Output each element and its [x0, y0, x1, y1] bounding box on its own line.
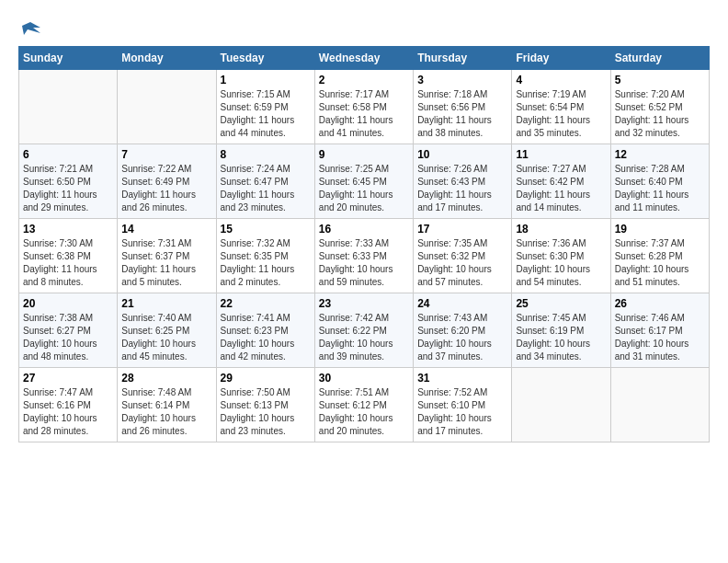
calendar-cell: 11Sunrise: 7:27 AM Sunset: 6:42 PM Dayli…: [512, 144, 610, 219]
day-info: Sunrise: 7:52 AM Sunset: 6:10 PM Dayligh…: [417, 386, 507, 438]
day-number: 3: [417, 74, 507, 86]
calendar-cell: 12Sunrise: 7:28 AM Sunset: 6:40 PM Dayli…: [610, 144, 709, 219]
calendar-cell: 14Sunrise: 7:31 AM Sunset: 6:37 PM Dayli…: [118, 219, 216, 293]
calendar-cell: 5Sunrise: 7:20 AM Sunset: 6:52 PM Daylig…: [610, 70, 709, 144]
calendar-week-row: 27Sunrise: 7:47 AM Sunset: 6:16 PM Dayli…: [19, 368, 710, 442]
calendar-cell: 1Sunrise: 7:15 AM Sunset: 6:59 PM Daylig…: [216, 70, 314, 144]
calendar-table: SundayMondayTuesdayWednesdayThursdayFrid…: [18, 46, 710, 442]
calendar-cell: 4Sunrise: 7:19 AM Sunset: 6:54 PM Daylig…: [512, 70, 610, 144]
day-number: 10: [417, 148, 507, 161]
day-info: Sunrise: 7:36 AM Sunset: 6:30 PM Dayligh…: [516, 237, 606, 289]
calendar-cell: 21Sunrise: 7:40 AM Sunset: 6:25 PM Dayli…: [118, 293, 216, 368]
calendar-cell: 22Sunrise: 7:41 AM Sunset: 6:23 PM Dayli…: [216, 293, 314, 368]
day-number: 15: [221, 223, 311, 236]
day-info: Sunrise: 7:33 AM Sunset: 6:33 PM Dayligh…: [319, 237, 409, 289]
day-number: 14: [121, 223, 211, 236]
calendar-cell: 28Sunrise: 7:48 AM Sunset: 6:14 PM Dayli…: [118, 368, 216, 442]
calendar-cell: 15Sunrise: 7:32 AM Sunset: 6:35 PM Dayli…: [216, 219, 314, 293]
day-info: Sunrise: 7:38 AM Sunset: 6:27 PM Dayligh…: [23, 312, 113, 363]
calendar-week-row: 13Sunrise: 7:30 AM Sunset: 6:38 PM Dayli…: [19, 219, 710, 293]
day-number: 26: [615, 297, 705, 310]
day-number: 20: [23, 297, 113, 310]
day-info: Sunrise: 7:50 AM Sunset: 6:13 PM Dayligh…: [221, 386, 311, 438]
day-info: Sunrise: 7:37 AM Sunset: 6:28 PM Dayligh…: [615, 237, 705, 289]
calendar-cell: 7Sunrise: 7:22 AM Sunset: 6:49 PM Daylig…: [118, 144, 216, 219]
calendar-cell: 18Sunrise: 7:36 AM Sunset: 6:30 PM Dayli…: [512, 219, 610, 293]
day-info: Sunrise: 7:24 AM Sunset: 6:47 PM Dayligh…: [221, 163, 311, 214]
day-info: Sunrise: 7:41 AM Sunset: 6:23 PM Dayligh…: [221, 312, 311, 363]
calendar-cell: 2Sunrise: 7:17 AM Sunset: 6:58 PM Daylig…: [314, 70, 413, 144]
calendar-header-saturday: Saturday: [610, 47, 709, 70]
day-info: Sunrise: 7:45 AM Sunset: 6:19 PM Dayligh…: [516, 312, 606, 363]
calendar-cell: [19, 70, 118, 144]
day-info: Sunrise: 7:26 AM Sunset: 6:43 PM Dayligh…: [417, 163, 507, 214]
day-number: 18: [516, 223, 606, 236]
day-number: 4: [516, 74, 606, 86]
day-number: 16: [319, 223, 409, 236]
day-info: Sunrise: 7:43 AM Sunset: 6:20 PM Dayligh…: [417, 312, 507, 363]
day-number: 29: [221, 372, 311, 385]
day-number: 5: [615, 74, 705, 86]
day-info: Sunrise: 7:22 AM Sunset: 6:49 PM Dayligh…: [121, 163, 211, 214]
calendar-cell: 8Sunrise: 7:24 AM Sunset: 6:47 PM Daylig…: [216, 144, 314, 219]
calendar-cell: 17Sunrise: 7:35 AM Sunset: 6:32 PM Dayli…: [414, 219, 512, 293]
day-number: 28: [121, 372, 211, 385]
day-number: 9: [319, 148, 409, 161]
day-info: Sunrise: 7:51 AM Sunset: 6:12 PM Dayligh…: [319, 386, 409, 438]
day-info: Sunrise: 7:19 AM Sunset: 6:54 PM Dayligh…: [516, 88, 606, 140]
day-number: 1: [221, 74, 311, 86]
day-number: 23: [319, 297, 409, 310]
calendar-header-friday: Friday: [512, 47, 610, 70]
calendar-header-thursday: Thursday: [414, 47, 512, 70]
header: [18, 18, 710, 39]
day-info: Sunrise: 7:47 AM Sunset: 6:16 PM Dayligh…: [23, 386, 113, 438]
day-number: 7: [121, 148, 211, 161]
day-number: 22: [221, 297, 311, 310]
day-info: Sunrise: 7:42 AM Sunset: 6:22 PM Dayligh…: [319, 312, 409, 363]
day-info: Sunrise: 7:18 AM Sunset: 6:56 PM Dayligh…: [417, 88, 507, 140]
calendar-week-row: 6Sunrise: 7:21 AM Sunset: 6:50 PM Daylig…: [19, 144, 710, 219]
calendar-cell: 3Sunrise: 7:18 AM Sunset: 6:56 PM Daylig…: [414, 70, 512, 144]
day-info: Sunrise: 7:15 AM Sunset: 6:59 PM Dayligh…: [221, 88, 311, 140]
calendar-header-tuesday: Tuesday: [216, 47, 314, 70]
day-number: 27: [23, 372, 113, 385]
calendar-week-row: 20Sunrise: 7:38 AM Sunset: 6:27 PM Dayli…: [19, 293, 710, 368]
day-info: Sunrise: 7:46 AM Sunset: 6:17 PM Dayligh…: [615, 312, 705, 363]
calendar-cell: 29Sunrise: 7:50 AM Sunset: 6:13 PM Dayli…: [216, 368, 314, 442]
calendar-week-row: 1Sunrise: 7:15 AM Sunset: 6:59 PM Daylig…: [19, 70, 710, 144]
day-number: 25: [516, 297, 606, 310]
day-number: 30: [319, 372, 409, 385]
day-number: 13: [23, 223, 113, 236]
day-info: Sunrise: 7:20 AM Sunset: 6:52 PM Dayligh…: [615, 88, 705, 140]
logo: [18, 18, 40, 39]
day-number: 19: [615, 223, 705, 236]
day-info: Sunrise: 7:30 AM Sunset: 6:38 PM Dayligh…: [23, 237, 113, 289]
calendar-cell: [610, 368, 709, 442]
calendar-cell: 16Sunrise: 7:33 AM Sunset: 6:33 PM Dayli…: [314, 219, 413, 293]
calendar-cell: [512, 368, 610, 442]
day-number: 6: [23, 148, 113, 161]
calendar-cell: 20Sunrise: 7:38 AM Sunset: 6:27 PM Dayli…: [19, 293, 118, 368]
calendar-cell: 6Sunrise: 7:21 AM Sunset: 6:50 PM Daylig…: [19, 144, 118, 219]
day-info: Sunrise: 7:48 AM Sunset: 6:14 PM Dayligh…: [121, 386, 211, 438]
day-number: 21: [121, 297, 211, 310]
calendar-cell: 9Sunrise: 7:25 AM Sunset: 6:45 PM Daylig…: [314, 144, 413, 219]
day-info: Sunrise: 7:27 AM Sunset: 6:42 PM Dayligh…: [516, 163, 606, 214]
calendar-cell: 13Sunrise: 7:30 AM Sunset: 6:38 PM Dayli…: [19, 219, 118, 293]
calendar-cell: 26Sunrise: 7:46 AM Sunset: 6:17 PM Dayli…: [610, 293, 709, 368]
calendar-header-sunday: Sunday: [19, 47, 118, 70]
calendar-cell: 23Sunrise: 7:42 AM Sunset: 6:22 PM Dayli…: [314, 293, 413, 368]
day-info: Sunrise: 7:21 AM Sunset: 6:50 PM Dayligh…: [23, 163, 113, 214]
day-number: 2: [319, 74, 409, 86]
calendar-header-wednesday: Wednesday: [314, 47, 413, 70]
day-number: 8: [221, 148, 311, 161]
calendar-cell: 27Sunrise: 7:47 AM Sunset: 6:16 PM Dayli…: [19, 368, 118, 442]
calendar-header-row: SundayMondayTuesdayWednesdayThursdayFrid…: [19, 47, 710, 70]
day-number: 11: [516, 148, 606, 161]
calendar-cell: 25Sunrise: 7:45 AM Sunset: 6:19 PM Dayli…: [512, 293, 610, 368]
day-number: 17: [417, 223, 507, 236]
calendar-cell: 19Sunrise: 7:37 AM Sunset: 6:28 PM Dayli…: [610, 219, 709, 293]
day-number: 12: [615, 148, 705, 161]
day-info: Sunrise: 7:40 AM Sunset: 6:25 PM Dayligh…: [121, 312, 211, 363]
calendar-header-monday: Monday: [118, 47, 216, 70]
